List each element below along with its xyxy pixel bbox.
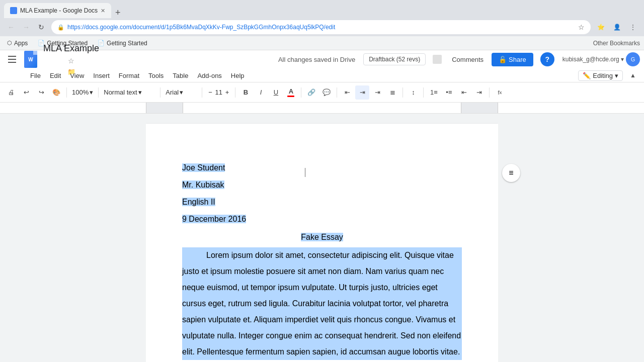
bold-button[interactable]: B bbox=[238, 85, 253, 100]
page-container[interactable]: Joe Student Mr. Kubisak English II 9 Dec… bbox=[146, 114, 498, 362]
text-color-control: A bbox=[287, 87, 294, 97]
sidebar-widget-button[interactable]: ≡ bbox=[502, 164, 520, 182]
share-button[interactable]: 🔓 Share bbox=[492, 53, 533, 66]
help-button[interactable]: ? bbox=[540, 52, 554, 66]
back-button[interactable]: ← bbox=[4, 20, 18, 34]
size-minus-button[interactable]: − bbox=[207, 88, 213, 96]
docs-menu-icon[interactable] bbox=[4, 51, 20, 67]
print-button[interactable]: 🖨 bbox=[4, 85, 18, 100]
menu-insert[interactable]: Insert bbox=[89, 71, 114, 80]
essay-title-line: Fake Essay bbox=[182, 229, 462, 245]
toolbar-separator-10 bbox=[489, 87, 490, 98]
sidebar-widget-icon: ≡ bbox=[509, 168, 513, 177]
insert-link-button[interactable]: 🔗 bbox=[304, 85, 318, 100]
paragraph-1[interactable]: Lorem ipsum dolor sit amet, consectetur … bbox=[182, 247, 462, 360]
redo-button[interactable]: ↪ bbox=[34, 85, 48, 100]
collapse-toolbar-button[interactable]: ▲ bbox=[626, 68, 640, 82]
font-size-selector[interactable]: − 11 + bbox=[205, 86, 232, 99]
menu-view[interactable]: View bbox=[66, 71, 88, 80]
ruler bbox=[0, 103, 644, 114]
zoom-value: 100% bbox=[72, 88, 89, 96]
date-text: 9 December 2016 bbox=[182, 215, 246, 223]
getting-started-bookmark-2[interactable]: 📄 Getting Started bbox=[95, 39, 150, 48]
tab-close-button[interactable]: ✕ bbox=[101, 8, 105, 14]
menu-format[interactable]: Format bbox=[115, 71, 143, 80]
text-color-button[interactable]: A bbox=[284, 85, 298, 100]
author-text: Joe Student bbox=[182, 163, 225, 172]
italic-button[interactable]: I bbox=[254, 85, 268, 100]
teacher-text: Mr. Kubisak bbox=[182, 180, 224, 189]
other-bookmarks[interactable]: Other Bookmarks bbox=[593, 40, 640, 47]
menu-tools[interactable]: Tools bbox=[144, 71, 168, 80]
tab-title: MLA Example - Google Docs bbox=[20, 7, 98, 14]
left-margin bbox=[0, 114, 146, 362]
size-plus-button[interactable]: + bbox=[224, 88, 230, 96]
docs-logo: W bbox=[24, 51, 37, 68]
url-bar[interactable]: 🔒 https://docs.google.com/document/d/1p5… bbox=[51, 20, 591, 34]
user-email[interactable]: kubisak_g@hcde.org ▾ bbox=[562, 56, 624, 63]
document-page[interactable]: Joe Student Mr. Kubisak English II 9 Dec… bbox=[146, 124, 498, 362]
font-size-value[interactable]: 11 bbox=[214, 88, 224, 96]
new-tab-button[interactable]: + bbox=[111, 8, 125, 18]
toolbar-separator-8 bbox=[403, 87, 403, 98]
line-spacing-button[interactable]: ↕ bbox=[406, 85, 420, 100]
toolbar-separator-4 bbox=[202, 87, 202, 98]
bookmark-star-icon[interactable]: ☆ bbox=[578, 23, 585, 31]
text-style-selector[interactable]: Normal text ▾ bbox=[102, 86, 157, 99]
docs-app-bar: W MLA Example ☆ 📁 All changes saved in D… bbox=[0, 50, 644, 82]
editing-mode-selector[interactable]: ✏️ Editing ▾ bbox=[578, 70, 623, 81]
align-right-button[interactable]: ⇥ bbox=[370, 85, 384, 100]
teacher-line: Mr. Kubisak bbox=[182, 177, 462, 193]
doc-star-icon[interactable]: ☆ bbox=[68, 57, 74, 65]
apps-bookmark[interactable]: ⬡ Apps bbox=[4, 39, 31, 48]
editor-area: Joe Student Mr. Kubisak English II 9 Dec… bbox=[0, 114, 644, 362]
font-selector[interactable]: Arial ▾ bbox=[164, 86, 199, 99]
lock-icon: 🔒 bbox=[57, 24, 64, 31]
increase-indent-button[interactable]: ⇥ bbox=[472, 85, 486, 100]
tab-favicon bbox=[10, 7, 17, 14]
menu-addons[interactable]: Add-ons bbox=[193, 71, 225, 80]
browser-menu-button[interactable]: ⋮ bbox=[626, 20, 640, 34]
extensions-button[interactable]: ⭐ bbox=[594, 20, 608, 34]
numbered-list-button[interactable]: 1≡ bbox=[427, 85, 441, 100]
align-center-button[interactable]: ⇥ bbox=[355, 85, 369, 100]
paint-format-button[interactable]: 🎨 bbox=[49, 85, 63, 100]
user-avatar[interactable]: G bbox=[626, 52, 640, 66]
author-line: Joe Student bbox=[182, 160, 462, 176]
zoom-selector[interactable]: 100% ▾ bbox=[70, 86, 95, 99]
menu-table[interactable]: Table bbox=[169, 71, 192, 80]
doc-header-block: Joe Student Mr. Kubisak English II 9 Dec… bbox=[182, 160, 462, 227]
editing-pencil-icon: ✏️ bbox=[583, 72, 591, 79]
docs-menu-bar: File Edit View Insert Format Tools Table… bbox=[0, 68, 644, 82]
font-dropdown-icon: ▾ bbox=[180, 88, 183, 96]
bookmark-label-2: Getting Started bbox=[107, 40, 147, 47]
clear-formatting-button[interactable]: fx bbox=[493, 85, 507, 100]
share-label: Share bbox=[509, 56, 526, 63]
comments-button[interactable]: Comments bbox=[448, 54, 488, 65]
undo-button[interactable]: ↩ bbox=[19, 85, 33, 100]
essay-title: Fake Essay bbox=[301, 233, 343, 241]
toolbar-separator-3 bbox=[160, 87, 160, 98]
browser-actions: ⭐ 👤 ⋮ bbox=[594, 20, 640, 34]
active-tab[interactable]: MLA Example - Google Docs ✕ bbox=[4, 3, 111, 18]
bullet-list-button[interactable]: •≡ bbox=[442, 85, 456, 100]
underline-button[interactable]: U bbox=[269, 85, 283, 100]
menu-help[interactable]: Help bbox=[227, 71, 249, 80]
text-color-indicator bbox=[287, 96, 294, 97]
decrease-indent-button[interactable]: ⇤ bbox=[457, 85, 471, 100]
draftback-button[interactable]: Draftback (52 revs) bbox=[363, 53, 426, 65]
date-line: 9 December 2016 bbox=[182, 211, 462, 227]
align-left-button[interactable]: ⇤ bbox=[340, 85, 354, 100]
align-justify-button[interactable]: ≣ bbox=[385, 85, 399, 100]
doc-title[interactable]: MLA Example bbox=[43, 43, 99, 54]
menu-file[interactable]: File bbox=[26, 71, 45, 80]
style-value: Normal text bbox=[104, 88, 137, 96]
url-text: https://docs.google.com/document/d/1p5Bk… bbox=[67, 24, 575, 31]
insert-comment-button[interactable]: 💬 bbox=[319, 85, 334, 100]
profile-button[interactable]: 👤 bbox=[610, 20, 624, 34]
menu-edit[interactable]: Edit bbox=[46, 71, 65, 80]
style-dropdown-icon: ▾ bbox=[138, 88, 142, 96]
reload-button[interactable]: ↻ bbox=[34, 20, 48, 34]
forward-button[interactable]: → bbox=[19, 20, 33, 34]
text-cursor bbox=[305, 168, 305, 177]
